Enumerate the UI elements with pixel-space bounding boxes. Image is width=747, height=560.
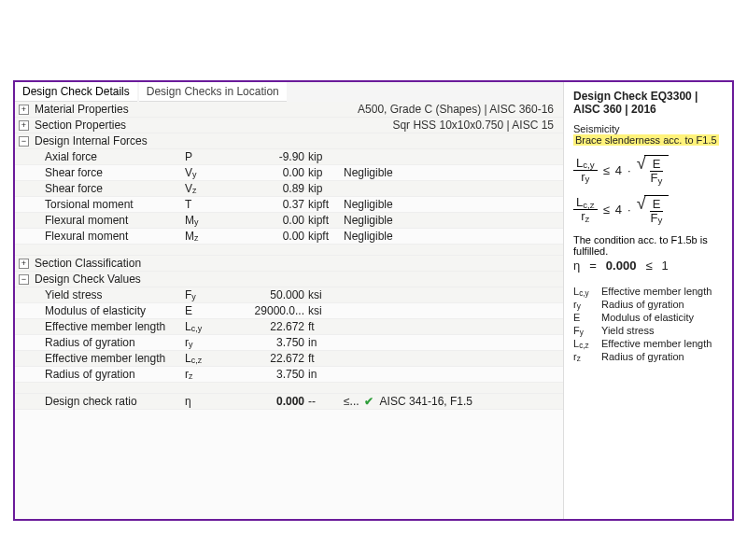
row-name: Axial force bbox=[45, 150, 185, 163]
eta-symbol: η bbox=[573, 259, 580, 273]
row-value: 22.672 bbox=[222, 320, 306, 333]
fraction: Lc,y ry bbox=[573, 157, 598, 185]
def-text: Effective member length bbox=[601, 338, 712, 349]
denominator: Fy bbox=[648, 212, 666, 225]
row-unit: in bbox=[306, 336, 336, 349]
row-name: Radius of gyration bbox=[45, 336, 185, 349]
table-row: Shear force Vy 0.00 kip Negligible bbox=[15, 165, 563, 181]
section-section-header[interactable]: + Section Properties Sqr HSS 10x10x0.750… bbox=[15, 118, 563, 133]
row-symbol: E bbox=[185, 304, 222, 317]
ref-text: AISC 341-16, F1.5 bbox=[380, 395, 472, 408]
le-symbol: ≤ bbox=[603, 203, 610, 217]
def-symbol: E bbox=[573, 312, 596, 323]
row-symbol: P bbox=[185, 150, 222, 163]
definition-row: Lc,z Effective member length bbox=[573, 338, 725, 349]
def-symbol: ry bbox=[573, 299, 596, 310]
row-value: 0.000 bbox=[222, 395, 306, 408]
table-row: Flexural moment My 0.00 kipft Negligible bbox=[15, 213, 563, 229]
section-title: Section Properties bbox=[35, 119, 175, 132]
row-note: Negligible bbox=[336, 198, 559, 211]
table-row: Flexural moment Mz 0.00 kipft Negligible bbox=[15, 229, 563, 245]
le-symbol: ≤ bbox=[603, 163, 610, 177]
coef: 4 bbox=[615, 163, 622, 177]
definition-row: Lc,y Effective member length bbox=[573, 286, 725, 297]
denominator: rz bbox=[578, 210, 592, 223]
denominator: Fy bbox=[648, 172, 666, 185]
dot: · bbox=[627, 203, 631, 217]
definitions-list: Lc,y Effective member length ry Radius o… bbox=[573, 286, 725, 362]
row-value: 0.89 bbox=[222, 182, 306, 195]
section-title: Design Check Values bbox=[35, 273, 175, 286]
row-name: Flexural moment bbox=[45, 230, 185, 243]
tab-location[interactable]: Design Checks in Location bbox=[139, 82, 287, 102]
minus-icon[interactable]: − bbox=[19, 136, 29, 147]
row-unit: ksi bbox=[306, 304, 336, 317]
row-note: ≤... ✔ AISC 341-16, F1.5 bbox=[336, 395, 559, 408]
def-symbol: Fy bbox=[573, 325, 596, 336]
row-value: 0.00 bbox=[222, 214, 306, 227]
section-class-header[interactable]: + Section Classification bbox=[15, 256, 563, 272]
def-symbol: rz bbox=[573, 351, 596, 362]
minus-icon[interactable]: − bbox=[19, 274, 29, 285]
definition-row: E Modulus of elasticity bbox=[573, 312, 725, 323]
section-material-header[interactable]: + Material Properties A500, Grade C (Sha… bbox=[15, 102, 563, 118]
check-icon: ✔ bbox=[364, 395, 374, 408]
table-row: Effective member length Lc,y 22.672 ft bbox=[15, 319, 563, 335]
row-unit: kipft bbox=[306, 198, 336, 211]
row-unit: kip bbox=[306, 166, 336, 179]
section-forces-header[interactable]: − Design Internal Forces bbox=[15, 133, 563, 149]
spacer-row bbox=[15, 383, 563, 394]
ratio-row: Design check ratio η 0.000 -- ≤... ✔ AIS… bbox=[15, 394, 563, 410]
def-symbol: Lc,z bbox=[573, 338, 596, 349]
row-name: Design check ratio bbox=[45, 395, 185, 408]
table-row: Modulus of elasticity E 29000.0... ksi bbox=[15, 303, 563, 319]
tab-bar: Design Check Details Design Checks in Lo… bbox=[15, 82, 563, 102]
dot: · bbox=[627, 163, 631, 177]
row-symbol: Mz bbox=[185, 230, 222, 243]
sqrt: √ E Fy bbox=[637, 195, 669, 226]
table-row: Axial force P -9.90 kip bbox=[15, 149, 563, 165]
section-title: Section Classification bbox=[35, 257, 175, 270]
row-symbol: η bbox=[185, 395, 222, 408]
row-unit: ksi bbox=[306, 288, 336, 301]
section-right-text: Sqr HSS 10x10x0.750 | AISC 15 bbox=[392, 119, 559, 132]
plus-icon[interactable]: + bbox=[19, 259, 29, 269]
eta-line: η = 0.000 ≤ 1 bbox=[573, 259, 725, 273]
row-unit: kip bbox=[306, 150, 336, 163]
tab-details[interactable]: Design Check Details bbox=[15, 82, 137, 102]
plus-icon[interactable]: + bbox=[19, 120, 29, 131]
right-pane: Design Check EQ3300 | AISC 360 | 2016 Se… bbox=[564, 82, 732, 519]
condition-text: The condition acc. to F1.5b is fulfilled… bbox=[573, 234, 725, 257]
table-row: Shear force Vz 0.89 kip bbox=[15, 181, 563, 197]
seismicity-label: Seismicity bbox=[573, 123, 725, 134]
def-text: Yield stress bbox=[601, 325, 654, 336]
def-text: Radius of gyration bbox=[601, 351, 684, 362]
row-symbol: rz bbox=[185, 368, 222, 381]
row-unit: kipft bbox=[306, 214, 336, 227]
numerator: Lc,y bbox=[573, 157, 598, 171]
row-note: Negligible bbox=[336, 214, 559, 227]
row-symbol: T bbox=[185, 198, 222, 211]
section-values-header[interactable]: − Design Check Values bbox=[15, 272, 563, 287]
definition-row: rz Radius of gyration bbox=[573, 351, 725, 362]
row-symbol: Vz bbox=[185, 182, 222, 195]
section-right-text: A500, Grade C (Shapes) | AISC 360-16 bbox=[358, 103, 559, 116]
left-pane: Design Check Details Design Checks in Lo… bbox=[15, 82, 564, 519]
spacer-row bbox=[15, 245, 563, 256]
def-symbol: Lc,y bbox=[573, 286, 596, 297]
table-row: Radius of gyration rz 3.750 in bbox=[15, 367, 563, 383]
row-value: 29000.0... bbox=[222, 304, 306, 317]
row-name: Flexural moment bbox=[45, 214, 185, 227]
row-unit: kip bbox=[306, 182, 336, 195]
row-name: Shear force bbox=[45, 166, 185, 179]
plus-icon[interactable]: + bbox=[19, 105, 29, 115]
row-value: -9.90 bbox=[222, 150, 306, 163]
row-unit: -- bbox=[306, 395, 336, 408]
row-unit: in bbox=[306, 368, 336, 381]
table-row: Yield stress Fy 50.000 ksi bbox=[15, 287, 563, 303]
numerator: Lc,z bbox=[573, 196, 598, 210]
row-symbol: My bbox=[185, 214, 222, 227]
row-symbol: ry bbox=[185, 336, 222, 349]
section-title: Material Properties bbox=[35, 103, 175, 116]
denominator: ry bbox=[578, 171, 592, 184]
